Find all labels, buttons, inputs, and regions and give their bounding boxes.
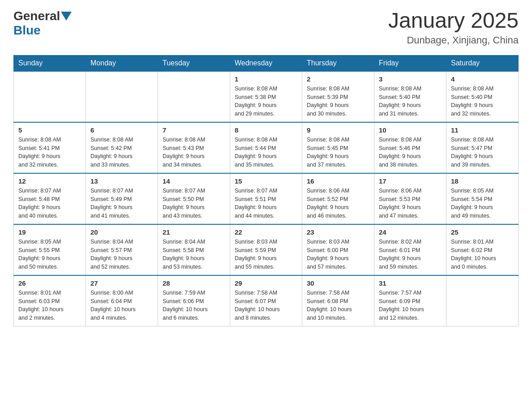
day-info: Sunrise: 8:08 AMSunset: 5:39 PMDaylight:… xyxy=(307,85,369,118)
day-info: Sunrise: 7:58 AMSunset: 6:07 PMDaylight:… xyxy=(235,289,297,322)
calendar-day-header: Wednesday xyxy=(230,55,302,71)
calendar-day-cell: 20Sunrise: 8:04 AMSunset: 5:57 PMDayligh… xyxy=(86,224,158,275)
calendar-day-cell: 16Sunrise: 8:06 AMSunset: 5:52 PMDayligh… xyxy=(302,173,374,224)
calendar-day-cell: 25Sunrise: 8:01 AMSunset: 6:02 PMDayligh… xyxy=(446,224,519,275)
day-info: Sunrise: 8:08 AMSunset: 5:45 PMDaylight:… xyxy=(307,136,369,169)
day-number: 21 xyxy=(163,228,225,236)
calendar-day-header: Thursday xyxy=(302,55,374,71)
day-number: 20 xyxy=(90,228,153,236)
day-number: 8 xyxy=(235,126,297,134)
calendar-day-cell: 23Sunrise: 8:03 AMSunset: 6:00 PMDayligh… xyxy=(302,224,374,275)
day-number: 22 xyxy=(235,228,297,236)
calendar-day-cell: 3Sunrise: 8:08 AMSunset: 5:40 PMDaylight… xyxy=(374,71,446,122)
day-number: 15 xyxy=(235,177,297,185)
calendar-day-cell: 7Sunrise: 8:08 AMSunset: 5:43 PMDaylight… xyxy=(158,122,230,173)
day-info: Sunrise: 8:08 AMSunset: 5:46 PMDaylight:… xyxy=(379,136,442,169)
calendar-day-cell: 21Sunrise: 8:04 AMSunset: 5:58 PMDayligh… xyxy=(158,224,230,275)
day-info: Sunrise: 8:05 AMSunset: 5:55 PMDaylight:… xyxy=(18,238,81,271)
calendar-day-cell: 26Sunrise: 8:01 AMSunset: 6:03 PMDayligh… xyxy=(14,275,86,326)
day-number: 4 xyxy=(451,75,514,83)
location-text: Dunbage, Xinjiang, China xyxy=(388,34,519,46)
day-info: Sunrise: 8:07 AMSunset: 5:50 PMDaylight:… xyxy=(163,187,225,220)
day-info: Sunrise: 8:07 AMSunset: 5:51 PMDaylight:… xyxy=(235,187,297,220)
calendar-week-row: 1Sunrise: 8:08 AMSunset: 5:38 PMDaylight… xyxy=(14,71,519,122)
calendar-day-header: Sunday xyxy=(14,55,86,71)
page-header: General Blue January 2025 Dunbage, Xinji… xyxy=(13,9,519,46)
calendar-week-row: 19Sunrise: 8:05 AMSunset: 5:55 PMDayligh… xyxy=(14,224,519,275)
day-info: Sunrise: 7:57 AMSunset: 6:09 PMDaylight:… xyxy=(379,289,442,322)
day-info: Sunrise: 8:08 AMSunset: 5:44 PMDaylight:… xyxy=(235,136,297,169)
day-info: Sunrise: 8:07 AMSunset: 5:48 PMDaylight:… xyxy=(18,187,81,220)
day-info: Sunrise: 8:05 AMSunset: 5:54 PMDaylight:… xyxy=(451,187,514,220)
day-number: 28 xyxy=(163,279,225,287)
calendar-day-cell: 22Sunrise: 8:03 AMSunset: 5:59 PMDayligh… xyxy=(230,224,302,275)
logo-triangle-icon xyxy=(61,12,72,21)
day-number: 30 xyxy=(307,279,369,287)
calendar-day-cell: 2Sunrise: 8:08 AMSunset: 5:39 PMDaylight… xyxy=(302,71,374,122)
month-title: January 2025 xyxy=(388,9,519,33)
calendar-day-cell: 5Sunrise: 8:08 AMSunset: 5:41 PMDaylight… xyxy=(14,122,86,173)
calendar-day-cell xyxy=(86,71,158,122)
day-info: Sunrise: 8:08 AMSunset: 5:40 PMDaylight:… xyxy=(379,85,442,118)
day-number: 6 xyxy=(90,126,153,134)
calendar-day-cell: 30Sunrise: 7:58 AMSunset: 6:08 PMDayligh… xyxy=(302,275,374,326)
day-number: 13 xyxy=(90,177,153,185)
calendar-day-cell: 11Sunrise: 8:08 AMSunset: 5:47 PMDayligh… xyxy=(446,122,519,173)
day-info: Sunrise: 8:08 AMSunset: 5:41 PMDaylight:… xyxy=(18,136,81,169)
calendar-day-cell: 18Sunrise: 8:05 AMSunset: 5:54 PMDayligh… xyxy=(446,173,519,224)
day-info: Sunrise: 8:01 AMSunset: 6:03 PMDaylight:… xyxy=(18,289,81,322)
calendar-day-cell: 1Sunrise: 8:08 AMSunset: 5:38 PMDaylight… xyxy=(230,71,302,122)
day-info: Sunrise: 8:04 AMSunset: 5:58 PMDaylight:… xyxy=(163,238,225,271)
calendar-day-cell xyxy=(158,71,230,122)
calendar-day-cell: 15Sunrise: 8:07 AMSunset: 5:51 PMDayligh… xyxy=(230,173,302,224)
logo-blue-text: Blue xyxy=(13,23,41,38)
day-info: Sunrise: 8:07 AMSunset: 5:49 PMDaylight:… xyxy=(90,187,153,220)
day-number: 10 xyxy=(379,126,442,134)
day-number: 14 xyxy=(163,177,225,185)
day-number: 5 xyxy=(18,126,81,134)
calendar-week-row: 26Sunrise: 8:01 AMSunset: 6:03 PMDayligh… xyxy=(14,275,519,326)
day-number: 31 xyxy=(379,279,442,287)
day-number: 19 xyxy=(18,228,81,236)
calendar-day-cell: 10Sunrise: 8:08 AMSunset: 5:46 PMDayligh… xyxy=(374,122,446,173)
day-info: Sunrise: 8:08 AMSunset: 5:42 PMDaylight:… xyxy=(90,136,153,169)
calendar-day-header: Friday xyxy=(374,55,446,71)
day-number: 17 xyxy=(379,177,442,185)
calendar-day-cell: 19Sunrise: 8:05 AMSunset: 5:55 PMDayligh… xyxy=(14,224,86,275)
day-number: 9 xyxy=(307,126,369,134)
day-info: Sunrise: 8:06 AMSunset: 5:52 PMDaylight:… xyxy=(307,187,369,220)
calendar-day-cell xyxy=(446,275,519,326)
day-number: 27 xyxy=(90,279,153,287)
calendar-day-cell: 8Sunrise: 8:08 AMSunset: 5:44 PMDaylight… xyxy=(230,122,302,173)
day-info: Sunrise: 8:01 AMSunset: 6:02 PMDaylight:… xyxy=(451,238,514,271)
day-number: 29 xyxy=(235,279,297,287)
day-info: Sunrise: 7:58 AMSunset: 6:08 PMDaylight:… xyxy=(307,289,369,322)
logo-general-text: General xyxy=(13,9,60,23)
calendar-day-cell: 14Sunrise: 8:07 AMSunset: 5:50 PMDayligh… xyxy=(158,173,230,224)
title-section: January 2025 Dunbage, Xinjiang, China xyxy=(388,9,519,46)
day-info: Sunrise: 8:08 AMSunset: 5:47 PMDaylight:… xyxy=(451,136,514,169)
day-number: 26 xyxy=(18,279,81,287)
day-number: 12 xyxy=(18,177,81,185)
day-info: Sunrise: 8:08 AMSunset: 5:43 PMDaylight:… xyxy=(163,136,225,169)
day-info: Sunrise: 8:04 AMSunset: 5:57 PMDaylight:… xyxy=(90,238,153,271)
calendar-week-row: 5Sunrise: 8:08 AMSunset: 5:41 PMDaylight… xyxy=(14,122,519,173)
day-number: 2 xyxy=(307,75,369,83)
day-number: 24 xyxy=(379,228,442,236)
calendar-table: SundayMondayTuesdayWednesdayThursdayFrid… xyxy=(13,55,519,326)
day-number: 25 xyxy=(451,228,514,236)
calendar-day-cell: 6Sunrise: 8:08 AMSunset: 5:42 PMDaylight… xyxy=(86,122,158,173)
calendar-day-cell: 29Sunrise: 7:58 AMSunset: 6:07 PMDayligh… xyxy=(230,275,302,326)
day-number: 18 xyxy=(451,177,514,185)
calendar-day-cell xyxy=(14,71,86,122)
day-info: Sunrise: 7:59 AMSunset: 6:06 PMDaylight:… xyxy=(163,289,225,322)
calendar-day-header: Monday xyxy=(86,55,158,71)
day-number: 11 xyxy=(451,126,514,134)
day-number: 3 xyxy=(379,75,442,83)
day-info: Sunrise: 8:06 AMSunset: 5:53 PMDaylight:… xyxy=(379,187,442,220)
day-info: Sunrise: 8:02 AMSunset: 6:01 PMDaylight:… xyxy=(379,238,442,271)
calendar-day-cell: 27Sunrise: 8:00 AMSunset: 6:04 PMDayligh… xyxy=(86,275,158,326)
calendar-day-cell: 13Sunrise: 8:07 AMSunset: 5:49 PMDayligh… xyxy=(86,173,158,224)
calendar-day-cell: 12Sunrise: 8:07 AMSunset: 5:48 PMDayligh… xyxy=(14,173,86,224)
calendar-day-cell: 9Sunrise: 8:08 AMSunset: 5:45 PMDaylight… xyxy=(302,122,374,173)
